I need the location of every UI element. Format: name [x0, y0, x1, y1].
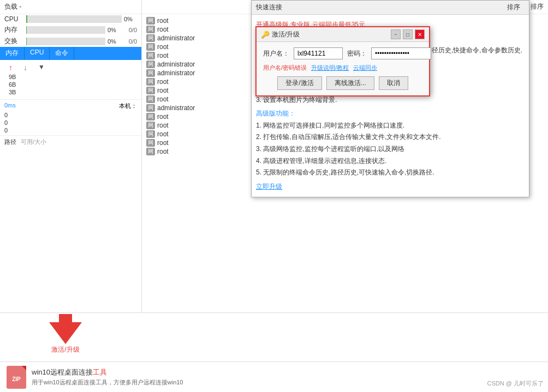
advanced-item-4: 5. 无限制的终端命令历史,路径历史,可快速输入命令,切换路径.	[256, 167, 525, 179]
net-stat-1: 9B	[4, 73, 137, 81]
conn-tag: 网	[146, 61, 155, 68]
memory-label: 内存	[4, 25, 24, 34]
download-arrow-icon: ↓	[23, 63, 27, 72]
load-label: 负载 -	[4, 3, 21, 10]
close-button[interactable]: ✕	[415, 29, 425, 39]
error-row: 用户名/密码错误 升级说明/教程 云端同步	[263, 64, 422, 72]
path-label: 路径	[4, 138, 16, 146]
offline-activate-button[interactable]: 离线激活...	[326, 76, 374, 90]
conn-tag: 网	[146, 34, 155, 42]
conn-tag: 网	[146, 148, 155, 155]
conn-tag: 网	[146, 43, 155, 51]
upgrade-guide-link[interactable]: 升级说明/教程	[311, 64, 349, 72]
memory-fraction: 0/0	[121, 27, 137, 33]
swap-fraction: 0/0	[121, 38, 137, 45]
swap-bar	[26, 38, 105, 45]
upgrade-pointer: 激活/升级	[49, 314, 82, 354]
cpu-label: CPU	[4, 15, 24, 23]
tab-cpu[interactable]: CPU	[25, 47, 50, 60]
article-title[interactable]: win10远程桌面连接工具	[32, 367, 183, 377]
upgrade-label[interactable]: 激活/升级	[51, 345, 79, 354]
quick-connect-titlebar: 快速连接 排序	[252, 1, 529, 15]
interface-selector-icon[interactable]: ▼	[38, 63, 45, 72]
memory-stat-row: 内存 0% 0/0	[0, 24, 141, 35]
swap-label: 交换	[4, 37, 24, 46]
article-title-highlight: 工具	[93, 368, 107, 376]
tab-command[interactable]: 命令	[50, 47, 74, 60]
quick-connect-title: 快速连接	[256, 3, 282, 12]
conn-user: administrator	[157, 61, 195, 68]
latency-row: 0ms 本机：	[0, 101, 141, 111]
conn-user: root	[157, 139, 169, 147]
activate-body: 用户名： 密码： 用户名/密码错误 升级说明/教程 云端同步 登录/激活 离线激…	[257, 42, 429, 95]
restore-button[interactable]: □	[403, 29, 413, 39]
conn-tag: 网	[146, 87, 155, 94]
red-arrow-svg	[49, 314, 82, 344]
advanced-item-1: 2. 打包传输,自动压缩解压,适合传输大量文件,文件夹和文本文件.	[256, 131, 525, 143]
swap-bar-fill	[26, 38, 27, 45]
activate-title-area: 🔑 激活/升级	[261, 30, 300, 39]
article-description: 用于win10远程桌面连接工具，方便多用户远程连接win10	[32, 378, 183, 387]
error-text: 用户名/密码错误	[263, 64, 307, 72]
conn-user: root	[157, 95, 169, 103]
upload-arrow-icon: ↑	[9, 63, 13, 72]
net-stat-2: 6B	[4, 81, 137, 88]
conn-tag: 网	[146, 17, 155, 25]
activate-title-text: 激活/升级	[272, 30, 300, 39]
minimize-button[interactable]: －	[391, 29, 401, 39]
login-activate-button[interactable]: 登录/激活	[277, 76, 321, 90]
cpu-stat-row: CPU 0%	[0, 14, 141, 24]
key-icon: 🔑	[261, 31, 270, 39]
bottom-section: 激活/升级	[0, 312, 548, 361]
conn-user: root	[157, 122, 169, 129]
cancel-button[interactable]: 取消	[379, 76, 408, 90]
article-title-normal: win10远程桌面连接	[32, 368, 93, 376]
conn-tag: 网	[146, 78, 155, 86]
conn-tag: 网	[146, 122, 155, 129]
tab-memory[interactable]: 内存	[0, 47, 25, 60]
memory-bar-fill	[26, 26, 27, 34]
memory-percent: 0%	[108, 27, 121, 33]
swap-stat-row: 交换 0% 0/0	[0, 35, 141, 47]
conn-user: root	[157, 43, 169, 51]
article-bar: ZIP win10远程桌面连接工具 用于win10远程桌面连接工具，方便多用户远…	[0, 361, 548, 392]
activate-dialog: 🔑 激活/升级 － □ ✕ 用户名： 密码： 用户名/密码错误 升级说明/教程 …	[255, 26, 430, 97]
arrow-row: ↑ ↓ ▼	[4, 62, 137, 73]
activate-window-controls: － □ ✕	[391, 29, 425, 39]
conn-tag: 网	[146, 139, 155, 147]
button-row: 登录/激活 离线激活... 取消	[263, 76, 422, 90]
conn-tag: 网	[146, 113, 155, 120]
conn-tag: 网	[146, 130, 155, 138]
zip-icon: ZIP	[7, 366, 26, 389]
sort-right-label: 排序	[507, 3, 520, 12]
conn-tag: 网	[146, 104, 155, 112]
sort-label: 排序	[531, 2, 544, 11]
path-row: 路径 可用/大小	[0, 137, 141, 147]
conn-tag: 网	[146, 69, 155, 77]
upgrade-link[interactable]: 立即升级	[256, 183, 282, 190]
cloud-sync-link[interactable]: 云端同步	[353, 64, 377, 72]
username-label: 用户名：	[263, 49, 289, 58]
conn-user: root	[157, 52, 169, 59]
latency-val-2: 0	[0, 126, 141, 134]
password-label: 密码：	[347, 49, 367, 58]
left-panel: 负载 - CPU 0% 内存 0% 0/0 交换	[0, 0, 142, 312]
article-content: win10远程桌面连接工具 用于win10远程桌面连接工具，方便多用户远程连接w…	[32, 367, 183, 387]
cpu-bar	[26, 15, 122, 23]
conn-user: root	[157, 78, 169, 86]
cpu-bar-fill	[26, 15, 27, 23]
load-header: 负载 -	[0, 0, 141, 14]
csdn-watermark: CSDN @ 儿时可乐了	[487, 379, 544, 388]
swap-percent: 0%	[108, 38, 121, 45]
conn-user: administrator	[157, 69, 195, 77]
memory-bar	[26, 26, 105, 34]
conn-user: administrator	[157, 34, 195, 42]
advanced-item-3: 4. 高级进程管理,详细显示进程信息,连接状态.	[256, 155, 525, 167]
local-label: 本机：	[119, 102, 137, 110]
path-available: 可用/大小	[21, 138, 46, 146]
qc-window-controls: 排序	[507, 3, 525, 12]
username-input[interactable]	[294, 47, 343, 59]
password-input[interactable]	[371, 47, 431, 59]
conn-tag: 网	[146, 95, 155, 103]
conn-user: root	[157, 113, 169, 120]
